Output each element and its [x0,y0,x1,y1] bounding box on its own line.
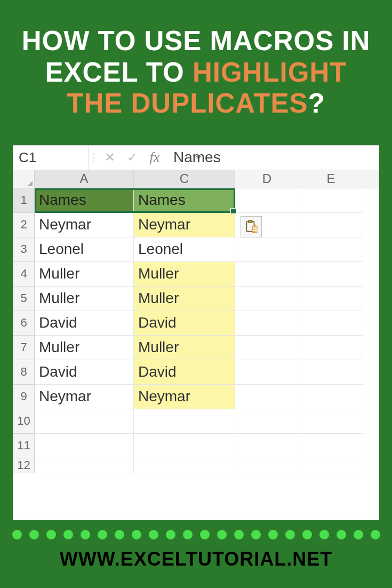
cell[interactable]: David [134,360,235,385]
title-part2: ? [308,88,325,118]
cell[interactable] [299,311,363,336]
row-header[interactable]: 11 [13,434,35,458]
dot-icon [302,530,312,539]
cell[interactable] [299,409,363,434]
cell[interactable] [235,434,299,458]
formula-bar: ⋮ ✕ ✓ fx [13,146,379,170]
cell[interactable] [235,336,299,360]
table-row: 7MullerMuller [13,336,379,360]
cell[interactable]: David [35,311,134,336]
table-row: 1NamesNames [13,188,379,213]
cell[interactable]: David [35,360,134,385]
dot-icon [81,530,90,539]
cell[interactable]: Muller [35,336,134,360]
row-header[interactable]: 9 [13,385,35,409]
table-row: 8DavidDavid [13,360,379,385]
row-header[interactable]: 6 [13,311,35,336]
cell[interactable] [235,409,299,434]
name-box-wrap[interactable] [13,146,89,170]
cell[interactable]: David [134,311,235,336]
row-header[interactable]: 4 [13,262,35,287]
fx-icon[interactable]: fx [143,146,166,170]
cell[interactable] [299,213,363,237]
formula-input-wrap[interactable] [166,146,379,170]
cell[interactable] [299,336,363,360]
cell[interactable] [235,311,299,336]
table-row: 2NeymarNeymar [13,213,379,237]
select-all-corner[interactable] [13,170,35,188]
cell[interactable] [35,409,134,434]
cell[interactable] [35,458,134,473]
row-header[interactable]: 12 [13,458,35,473]
cell[interactable] [299,434,363,458]
cell[interactable] [299,237,363,262]
column-header-e[interactable]: E [299,170,363,188]
table-row: 4MullerMuller [13,262,379,287]
cell[interactable]: Names [35,188,134,213]
dot-icon [285,530,295,539]
row-header[interactable]: 10 [13,409,35,434]
dot-icon [115,530,124,539]
dot-icon [29,530,39,539]
cell[interactable] [235,188,299,213]
cell[interactable]: Muller [35,262,134,287]
dot-icon [166,530,175,539]
row-header[interactable]: 8 [13,360,35,385]
table-row: 5MullerMuller [13,287,379,311]
dot-icon [251,530,261,539]
dot-icon [63,530,73,539]
row-header[interactable]: 5 [13,287,35,311]
cell[interactable] [235,237,299,262]
cell[interactable] [235,458,299,473]
dot-icon [200,530,210,539]
table-row: 12 [13,458,379,473]
cell[interactable]: Muller [134,262,235,287]
row-header[interactable]: 7 [13,336,35,360]
cell[interactable]: Names [134,188,235,213]
cell[interactable] [134,458,235,473]
column-header-a[interactable]: A [35,170,134,188]
cell[interactable] [299,188,363,213]
cell[interactable]: Muller [134,287,235,311]
cell[interactable] [134,434,235,458]
cell[interactable] [299,287,363,311]
cell[interactable]: Neymar [35,385,134,409]
spreadsheet-grid[interactable]: A C D E 1NamesNames2NeymarNeymar3LeonelL… [13,170,379,473]
cell[interactable] [299,385,363,409]
excel-window: ⋮ ✕ ✓ fx A C D E 1NamesNames2NeymarNeyma… [13,145,379,520]
dot-icon [12,530,22,539]
cell[interactable]: Leonel [35,237,134,262]
page-title: HOW TO USE MACROS IN EXCEL TO HIGHLIGHT … [16,26,376,120]
row-header[interactable]: 1 [13,188,35,213]
cell[interactable] [134,409,235,434]
table-row: 11 [13,434,379,458]
dot-icon [337,530,346,539]
dot-icon [319,530,329,539]
cell[interactable] [235,385,299,409]
paste-options-icon[interactable] [241,216,262,237]
cell[interactable] [299,262,363,287]
cell[interactable]: Neymar [35,213,134,237]
cell[interactable] [35,434,134,458]
cell[interactable]: Muller [134,336,235,360]
column-header-c[interactable]: C [134,170,235,188]
dot-icon [46,530,56,539]
cancel-icon[interactable]: ✕ [99,146,121,170]
cell[interactable]: Leonel [134,237,235,262]
cell[interactable]: Muller [35,287,134,311]
cell[interactable] [235,287,299,311]
cell[interactable]: Neymar [134,213,235,237]
cell[interactable] [299,458,363,473]
confirm-icon[interactable]: ✓ [121,146,143,170]
row-header[interactable]: 3 [13,237,35,262]
table-row: 3LeonelLeonel [13,237,379,262]
cell[interactable]: Neymar [134,385,235,409]
cell[interactable] [299,360,363,385]
cell[interactable] [235,360,299,385]
row-header[interactable]: 2 [13,213,35,237]
formula-input[interactable] [173,149,379,166]
dot-icon [149,530,158,539]
cell[interactable] [235,262,299,287]
table-row: 9NeymarNeymar [13,385,379,409]
column-header-d[interactable]: D [235,170,299,188]
